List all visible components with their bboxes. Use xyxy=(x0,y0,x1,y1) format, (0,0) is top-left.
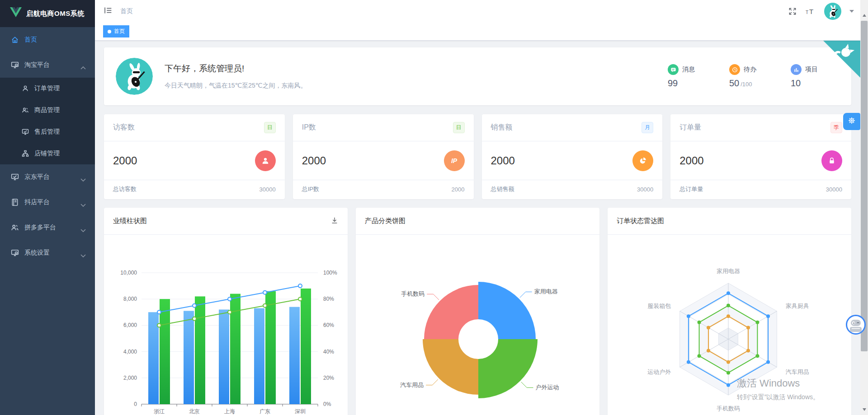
period-badge[interactable]: 月 xyxy=(642,122,653,133)
svg-text:家用电器: 家用电器 xyxy=(717,268,740,275)
greeting-card: 下午好，系统管理员! 今日天气晴朗，气温在15℃至25℃之间，东南风。 消息 9… xyxy=(104,47,851,105)
svg-text:100%: 100% xyxy=(323,270,337,276)
sidebar-item-douyin[interactable]: 抖店平台 xyxy=(0,190,95,215)
svg-text:手机数码: 手机数码 xyxy=(717,405,740,412)
scroll-down-arrow[interactable] xyxy=(860,405,868,414)
stat-label: 消息 xyxy=(682,65,695,74)
download-icon[interactable] xyxy=(330,216,339,226)
robot-icon xyxy=(845,314,866,335)
bar-chart-canvas[interactable]: 00%2,00020%4,00040%6,00060%8,00080%10,00… xyxy=(104,235,348,415)
sidebar-item-settings[interactable]: 系统设置 xyxy=(0,240,95,266)
svg-text:汽车用品: 汽车用品 xyxy=(400,382,424,388)
chevron-down-icon xyxy=(80,252,86,259)
stat-messages: 消息 99 xyxy=(668,64,695,89)
github-corner-ribbon[interactable] xyxy=(823,41,860,78)
lock-icon xyxy=(821,150,842,171)
sidebar: 启航电商OMS系统 首页 淘宝平台 订单管理 xyxy=(0,0,95,415)
chart-title: 业绩柱状图 xyxy=(113,217,147,225)
period-badge[interactable]: 日 xyxy=(453,122,465,133)
greeting-text: 下午好，系统管理员! 今日天气晴朗，气温在15℃至25℃之间，东南风。 xyxy=(165,63,307,90)
stat-value: 50 xyxy=(729,78,739,88)
pie-icon xyxy=(632,150,653,171)
period-badge[interactable]: 日 xyxy=(264,122,276,133)
breadcrumb[interactable]: 首页 xyxy=(120,7,133,15)
card-value: 2000 xyxy=(302,154,326,167)
stat-label: 待办 xyxy=(744,65,756,74)
sidebar-item-product-mgmt[interactable]: 商品管理 xyxy=(0,99,95,121)
chevron-down-icon xyxy=(80,226,86,233)
user-menu-caret-icon[interactable] xyxy=(849,10,854,13)
app-logo-bar[interactable]: 启航电商OMS系统 xyxy=(0,0,95,27)
chevron-down-icon xyxy=(80,201,86,208)
ip-icon-text: IP xyxy=(451,157,457,164)
stat-suffix: /100 xyxy=(741,81,752,88)
sidebar-collapse-icon[interactable] xyxy=(103,5,113,17)
card-footer-label: 总销售额 xyxy=(491,185,514,193)
scroll-up-arrow[interactable] xyxy=(860,11,868,20)
svg-text:40%: 40% xyxy=(323,349,334,355)
pie-chart-canvas[interactable]: 家用电器户外运动汽车用品手机数码 xyxy=(356,235,599,415)
monitor-check-icon xyxy=(22,128,29,135)
svg-text:80%: 80% xyxy=(323,296,334,302)
radar-chart-canvas[interactable]: 家用电器家具厨具汽车用品手机数码运动户外服装箱包 xyxy=(608,235,851,415)
fullscreen-icon[interactable] xyxy=(788,7,797,16)
bar-chart-icon xyxy=(791,64,802,75)
svg-text:服装箱包: 服装箱包 xyxy=(647,303,671,309)
sidebar-item-order-mgmt[interactable]: 订单管理 xyxy=(0,78,95,99)
clock-icon xyxy=(729,64,740,75)
card-footer-value: 30000 xyxy=(826,186,842,193)
font-size-icon[interactable]: TT xyxy=(805,7,816,16)
user-icon xyxy=(22,85,29,92)
sidebar-item-label: 首页 xyxy=(24,36,37,44)
chart-title: 订单状态雷达图 xyxy=(617,217,664,225)
greeting-title: 下午好，系统管理员! xyxy=(165,63,307,75)
svg-text:手机数码: 手机数码 xyxy=(401,290,425,297)
stat-value: 99 xyxy=(668,78,678,88)
svg-text:6,000: 6,000 xyxy=(123,322,137,328)
card-ip: IP数 日 2000 IP 总IP数 2000 xyxy=(293,114,474,199)
card-value: 2000 xyxy=(491,154,515,167)
svg-text:T: T xyxy=(809,8,813,15)
tags-view-bar: 首页 xyxy=(95,23,860,41)
sidebar-item-shop-mgmt[interactable]: 店铺管理 xyxy=(0,143,95,164)
svg-text:0%: 0% xyxy=(323,401,331,407)
main-content: 下午好，系统管理员! 今日天气晴朗，气温在15℃至25℃之间，东南风。 消息 9… xyxy=(95,41,860,415)
sidebar-item-aftersale-mgmt[interactable]: 售后管理 xyxy=(0,121,95,143)
svg-text:2,000: 2,000 xyxy=(123,375,137,381)
card-footer-label: 总访客数 xyxy=(113,185,137,193)
user-avatar[interactable] xyxy=(824,3,841,20)
svg-text:20%: 20% xyxy=(323,375,334,381)
period-badge[interactable]: 季 xyxy=(830,122,842,133)
settings-fab-button[interactable] xyxy=(843,113,860,130)
svg-text:T: T xyxy=(806,10,808,15)
assistant-robot-button[interactable] xyxy=(845,314,866,335)
ip-icon: IP xyxy=(444,150,465,171)
sidebar-menu: 首页 淘宝平台 订单管理 商品管理 xyxy=(0,27,95,266)
navbar-actions: TT xyxy=(788,3,860,20)
card-title: 访客数 xyxy=(113,123,135,132)
stat-label: 项目 xyxy=(805,65,818,74)
sidebar-item-taobao[interactable]: 淘宝平台 xyxy=(0,52,95,78)
radar-chart-card: 订单状态雷达图 家用电器家具厨具汽车用品手机数码运动户外服装箱包 xyxy=(608,208,851,415)
svg-text:0: 0 xyxy=(134,401,137,407)
app-title: 启航电商OMS系统 xyxy=(26,9,85,18)
home-icon xyxy=(11,36,19,44)
scrollbar-thumb[interactable] xyxy=(861,21,868,351)
sidebar-item-pdd[interactable]: 拼多多平台 xyxy=(0,215,95,240)
svg-text:浙江: 浙江 xyxy=(154,408,165,415)
page-scrollbar[interactable] xyxy=(860,0,868,415)
sidebar-item-home[interactable]: 首页 xyxy=(0,27,95,52)
card-title: 订单量 xyxy=(679,123,701,132)
svg-text:运动户外: 运动户外 xyxy=(647,368,671,375)
greeting-avatar xyxy=(116,58,153,95)
users-icon xyxy=(22,107,29,114)
card-footer-label: 总IP数 xyxy=(302,185,319,193)
card-title: 销售额 xyxy=(491,123,513,132)
card-footer-value: 30000 xyxy=(637,186,653,193)
card-value: 2000 xyxy=(113,154,137,167)
card-value: 2000 xyxy=(679,154,703,167)
svg-text:8,000: 8,000 xyxy=(123,296,137,302)
tab-home[interactable]: 首页 xyxy=(103,25,129,37)
stat-todos: 待办 50/100 xyxy=(729,64,756,89)
sidebar-item-jd[interactable]: 京东平台 xyxy=(0,164,95,190)
